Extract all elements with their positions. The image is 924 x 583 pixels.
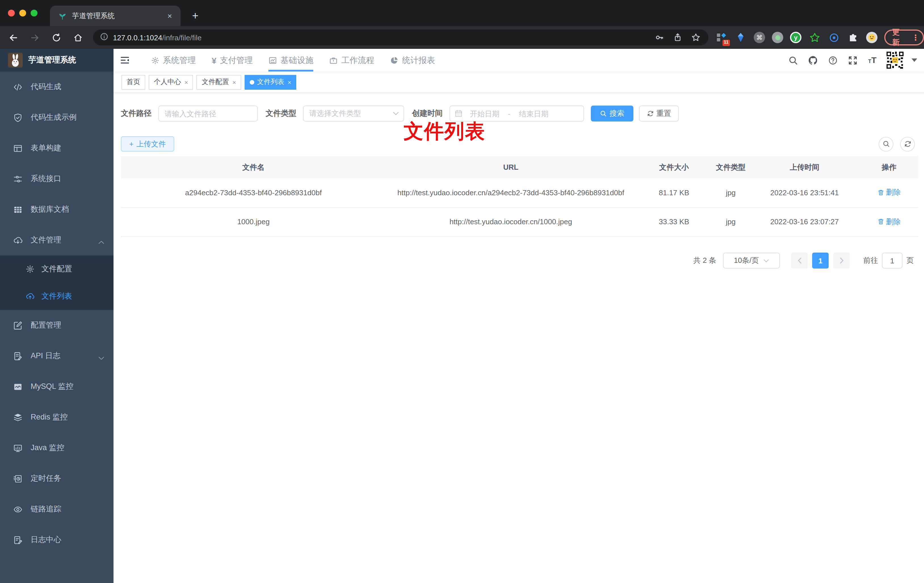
sidebar-item-file-list[interactable]: 文件列表 (0, 283, 114, 310)
caret-down-icon[interactable] (911, 58, 917, 62)
sidebar-item-redis-monitor[interactable]: Redis 监控 (0, 402, 114, 433)
tag-close-icon[interactable]: × (233, 79, 236, 86)
goto-page-input[interactable] (882, 253, 903, 269)
back-icon[interactable] (6, 30, 20, 45)
infrastructure-chart-icon (269, 56, 277, 64)
extension-gem-icon[interactable] (734, 31, 747, 44)
font-size-icon[interactable]: TT (866, 54, 879, 66)
toggle-search-button[interactable] (879, 137, 893, 151)
sidebar-item-form-builder[interactable]: 表单构建 (0, 133, 114, 164)
sidebar-item-tracing[interactable]: 链路追踪 (0, 494, 114, 525)
sidebar-item-java-monitor[interactable]: Java 监控 (0, 433, 114, 463)
sidebar-item-file-config[interactable]: 文件配置 (0, 256, 114, 283)
help-icon[interactable] (827, 54, 839, 66)
table-row[interactable]: 1000.jpeg http://test.yudao.iocoder.cn/1… (121, 207, 918, 236)
date-range-picker[interactable]: - (449, 106, 584, 122)
window-controls[interactable] (8, 10, 38, 17)
tag-home[interactable]: 首页 (122, 74, 145, 89)
emoji-extension-icon[interactable] (866, 32, 878, 43)
window-minimize-button[interactable] (19, 10, 26, 17)
file-type-select[interactable]: 请选择文件类型 (303, 106, 404, 122)
reload-icon[interactable] (49, 30, 64, 45)
sidebar-item-config-management[interactable]: 配置管理 (0, 310, 114, 340)
extension-star-icon[interactable] (808, 31, 821, 44)
sidebar-item-code-generation[interactable]: 代码生成 (0, 71, 114, 102)
table-row[interactable]: a294ecb2-73dd-4353-bf40-296b8931d0bf htt… (121, 178, 918, 207)
new-tab-button[interactable]: + (187, 8, 203, 24)
tag-close-icon[interactable]: × (185, 79, 188, 86)
file-path-input[interactable] (158, 106, 258, 122)
search-button[interactable]: 搜索 (591, 106, 634, 122)
upload-file-button[interactable]: + 上传文件 (121, 136, 174, 152)
extension-eye-icon[interactable] (828, 31, 840, 44)
window-close-button[interactable] (8, 10, 15, 17)
browser-tabstrip: 芋道管理系统 × + (0, 0, 924, 26)
sidebar-item-db-doc[interactable]: 数据库文档 (0, 194, 114, 225)
sidebar-item-system-api[interactable]: 系统接口 (0, 164, 114, 194)
avatar-qr-image[interactable] (886, 51, 904, 69)
browser-menu-dots-icon[interactable]: ⋮ (911, 33, 919, 42)
sidebar-item-log-center[interactable]: 日志中心 (0, 525, 114, 555)
fullscreen-icon[interactable] (846, 54, 859, 66)
sidebar-collapse-icon[interactable] (115, 49, 135, 71)
forward-icon[interactable] (27, 30, 42, 45)
app-title: 芋道管理系统 (28, 55, 76, 65)
end-date-input[interactable] (512, 109, 556, 118)
browser-update-button[interactable]: 更新 ⋮ (884, 30, 924, 45)
github-icon[interactable] (807, 54, 819, 66)
stack-icon (13, 412, 23, 422)
reset-button[interactable]: 重置 (639, 106, 679, 122)
next-page-button[interactable] (833, 253, 850, 269)
puzzle-extension-icon[interactable] (847, 31, 859, 44)
home-icon[interactable] (70, 30, 85, 45)
tab-close-icon[interactable]: × (165, 11, 175, 21)
extension-command-icon[interactable]: ⌘ (754, 32, 765, 43)
shield-check-icon (13, 112, 23, 122)
cell-filename: a294ecb2-73dd-4353-bf40-296b8931d0bf (121, 178, 386, 207)
refresh-table-button[interactable] (900, 137, 915, 151)
file-type-label: 文件类型 (266, 109, 296, 119)
url-host: 127.0.0.1:1024 (113, 33, 162, 42)
filter-form: 文件路径 文件类型 请选择文件类型 创建时间 - (121, 106, 918, 122)
extension-dot-icon[interactable] (772, 32, 783, 43)
nav-item-reports[interactable]: 统计报表 (390, 49, 435, 71)
extension-diamond-icon[interactable]: 11 (715, 31, 728, 44)
sidebar-logo[interactable]: 芋道管理系统 (0, 49, 114, 71)
chevron-down-icon (393, 111, 399, 116)
nav-item-system[interactable]: 系统管理 (151, 49, 196, 71)
sidebar-item-api-log[interactable]: API 日志 (0, 340, 114, 371)
table-header-row: 文件名 URL 文件大小 文件类型 上传时间 操作 (121, 156, 918, 178)
share-icon[interactable] (671, 31, 685, 44)
sidebar-item-scheduled-tasks[interactable]: 定时任务 (0, 463, 114, 494)
password-key-icon[interactable] (653, 31, 666, 44)
prev-page-button[interactable] (791, 253, 808, 269)
cell-uploadtime: 2022-03-16 23:07:27 (749, 207, 860, 236)
cell-filesize: 81.17 KB (636, 178, 712, 207)
sidebar-item-file-management[interactable]: 文件管理 (0, 225, 114, 256)
delete-button[interactable]: 删除 (878, 187, 901, 198)
start-date-input[interactable] (462, 109, 507, 118)
tag-close-icon[interactable]: × (288, 79, 292, 86)
nav-item-payment[interactable]: ¥ 支付管理 (212, 49, 253, 71)
tag-file-config[interactable]: 文件配置 × (197, 74, 241, 89)
extension-y-icon[interactable]: y (790, 32, 802, 43)
site-info-icon[interactable] (100, 32, 109, 43)
url-bar[interactable]: 127.0.0.1:1024/infra/file/file (93, 30, 708, 45)
page-size-select[interactable]: 10条/页 (723, 253, 780, 269)
window-maximize-button[interactable] (31, 10, 38, 17)
tag-profile[interactable]: 个人中心 × (149, 74, 193, 89)
sidebar-item-code-example[interactable]: 代码生成示例 (0, 102, 114, 133)
tag-file-list[interactable]: 文件列表 × (244, 74, 297, 89)
chevron-right-icon (839, 257, 844, 264)
bookmark-star-icon[interactable] (689, 31, 703, 44)
page-number-button[interactable]: 1 (812, 253, 829, 269)
sidebar-item-mysql-monitor[interactable]: MySQL 监控 (0, 371, 114, 402)
nav-item-workflow[interactable]: 工作流程 (330, 49, 374, 71)
delete-button[interactable]: 删除 (878, 216, 901, 227)
nav-item-infrastructure[interactable]: 基础设施 (269, 49, 314, 71)
browser-tab[interactable]: 芋道管理系统 × (50, 6, 180, 26)
form-table-icon (13, 143, 23, 153)
cell-filesize: 33.33 KB (636, 207, 712, 236)
search-icon[interactable] (787, 54, 799, 66)
code-icon (13, 82, 23, 92)
